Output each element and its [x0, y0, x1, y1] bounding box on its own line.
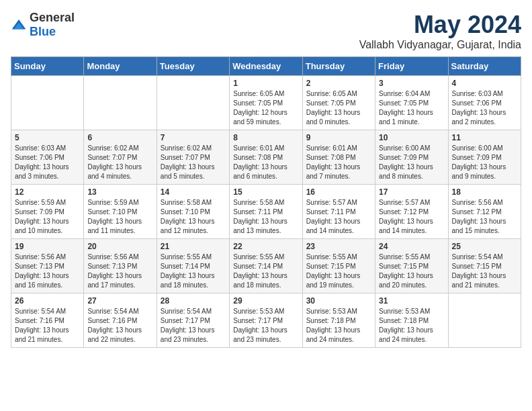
calendar-week-row: 19Sunrise: 5:56 AM Sunset: 7:13 PM Dayli…	[11, 239, 521, 293]
day-number: 2	[306, 79, 371, 88]
calendar-cell: 2Sunrise: 6:05 AM Sunset: 7:05 PM Daylig…	[302, 76, 375, 130]
calendar-cell: 19Sunrise: 5:56 AM Sunset: 7:13 PM Dayli…	[11, 239, 84, 293]
calendar-week-row: 1Sunrise: 6:05 AM Sunset: 7:05 PM Daylig…	[11, 76, 521, 130]
day-number: 21	[161, 242, 226, 251]
day-info: Sunrise: 6:01 AM Sunset: 7:08 PM Dayligh…	[233, 144, 298, 181]
day-number: 7	[161, 133, 226, 142]
calendar-cell: 26Sunrise: 5:54 AM Sunset: 7:16 PM Dayli…	[11, 293, 84, 348]
day-number: 29	[233, 296, 298, 306]
day-header-friday: Friday	[375, 57, 448, 76]
day-info: Sunrise: 5:58 AM Sunset: 7:11 PM Dayligh…	[233, 198, 298, 236]
day-info: Sunrise: 6:01 AM Sunset: 7:08 PM Dayligh…	[306, 144, 371, 181]
day-number: 1	[233, 79, 298, 88]
day-number: 3	[379, 79, 444, 88]
day-number: 12	[15, 187, 80, 197]
day-number: 14	[161, 187, 226, 197]
day-header-sunday: Sunday	[11, 57, 84, 76]
day-info: Sunrise: 6:00 AM Sunset: 7:09 PM Dayligh…	[379, 144, 444, 181]
day-number: 19	[15, 242, 80, 251]
calendar-cell: 23Sunrise: 5:55 AM Sunset: 7:15 PM Dayli…	[302, 239, 375, 293]
calendar-cell: 14Sunrise: 5:58 AM Sunset: 7:10 PM Dayli…	[157, 185, 229, 239]
calendar-cell	[448, 293, 521, 348]
day-info: Sunrise: 5:57 AM Sunset: 7:12 PM Dayligh…	[379, 198, 444, 236]
day-info: Sunrise: 5:54 AM Sunset: 7:15 PM Dayligh…	[452, 253, 517, 290]
day-info: Sunrise: 6:00 AM Sunset: 7:09 PM Dayligh…	[452, 144, 517, 181]
day-number: 6	[87, 133, 152, 142]
day-number: 9	[306, 133, 371, 142]
day-info: Sunrise: 5:54 AM Sunset: 7:16 PM Dayligh…	[15, 307, 80, 345]
day-number: 17	[379, 187, 444, 197]
day-info: Sunrise: 5:59 AM Sunset: 7:09 PM Dayligh…	[15, 198, 80, 236]
day-info: Sunrise: 5:53 AM Sunset: 7:17 PM Dayligh…	[233, 307, 298, 345]
calendar-header-row: SundayMondayTuesdayWednesdayThursdayFrid…	[11, 57, 521, 76]
day-info: Sunrise: 6:02 AM Sunset: 7:07 PM Dayligh…	[161, 144, 226, 181]
day-info: Sunrise: 5:56 AM Sunset: 7:13 PM Dayligh…	[15, 253, 80, 290]
calendar-cell: 1Sunrise: 6:05 AM Sunset: 7:05 PM Daylig…	[230, 76, 302, 130]
calendar-cell: 4Sunrise: 6:03 AM Sunset: 7:06 PM Daylig…	[448, 76, 521, 130]
calendar-cell: 18Sunrise: 5:56 AM Sunset: 7:12 PM Dayli…	[448, 185, 521, 239]
day-header-saturday: Saturday	[448, 57, 521, 76]
day-number: 23	[306, 242, 371, 251]
main-title: May 2024	[359, 11, 521, 39]
calendar-cell: 12Sunrise: 5:59 AM Sunset: 7:09 PM Dayli…	[11, 185, 84, 239]
day-number: 30	[306, 296, 371, 306]
day-info: Sunrise: 5:56 AM Sunset: 7:13 PM Dayligh…	[87, 253, 152, 290]
day-header-tuesday: Tuesday	[157, 57, 229, 76]
calendar-cell: 22Sunrise: 5:55 AM Sunset: 7:14 PM Dayli…	[230, 239, 302, 293]
day-info: Sunrise: 6:05 AM Sunset: 7:05 PM Dayligh…	[306, 89, 371, 127]
calendar-cell: 24Sunrise: 5:55 AM Sunset: 7:15 PM Dayli…	[375, 239, 448, 293]
calendar-cell: 10Sunrise: 6:00 AM Sunset: 7:09 PM Dayli…	[375, 130, 448, 185]
day-number: 24	[379, 242, 444, 251]
calendar-cell: 16Sunrise: 5:57 AM Sunset: 7:11 PM Dayli…	[302, 185, 375, 239]
day-number: 18	[452, 187, 517, 197]
day-number: 5	[15, 133, 80, 142]
calendar-cell	[157, 76, 229, 130]
day-info: Sunrise: 5:54 AM Sunset: 7:16 PM Dayligh…	[87, 307, 152, 345]
calendar-cell: 11Sunrise: 6:00 AM Sunset: 7:09 PM Dayli…	[448, 130, 521, 185]
title-area: May 2024 Vallabh Vidyanagar, Gujarat, In…	[359, 11, 521, 51]
calendar-week-row: 26Sunrise: 5:54 AM Sunset: 7:16 PM Dayli…	[11, 293, 521, 348]
day-info: Sunrise: 5:58 AM Sunset: 7:10 PM Dayligh…	[161, 198, 226, 236]
day-number: 4	[452, 79, 517, 88]
logo: General Blue	[11, 11, 75, 39]
day-number: 27	[87, 296, 152, 306]
day-info: Sunrise: 6:03 AM Sunset: 7:06 PM Dayligh…	[15, 144, 80, 181]
day-info: Sunrise: 5:59 AM Sunset: 7:10 PM Dayligh…	[87, 198, 152, 236]
calendar-cell: 31Sunrise: 5:53 AM Sunset: 7:18 PM Dayli…	[375, 293, 448, 348]
day-info: Sunrise: 5:56 AM Sunset: 7:12 PM Dayligh…	[452, 198, 517, 236]
day-info: Sunrise: 6:04 AM Sunset: 7:05 PM Dayligh…	[379, 89, 444, 127]
day-number: 16	[306, 187, 371, 197]
day-info: Sunrise: 5:53 AM Sunset: 7:18 PM Dayligh…	[379, 307, 444, 345]
day-info: Sunrise: 5:57 AM Sunset: 7:11 PM Dayligh…	[306, 198, 371, 236]
day-number: 20	[87, 242, 152, 251]
calendar-table: SundayMondayTuesdayWednesdayThursdayFrid…	[11, 56, 521, 348]
header: General Blue May 2024 Vallabh Vidyanagar…	[11, 11, 521, 51]
day-info: Sunrise: 5:55 AM Sunset: 7:14 PM Dayligh…	[233, 253, 298, 290]
calendar-week-row: 12Sunrise: 5:59 AM Sunset: 7:09 PM Dayli…	[11, 185, 521, 239]
day-info: Sunrise: 5:55 AM Sunset: 7:14 PM Dayligh…	[161, 253, 226, 290]
calendar-cell	[11, 76, 84, 130]
day-info: Sunrise: 5:54 AM Sunset: 7:17 PM Dayligh…	[161, 307, 226, 345]
calendar-cell: 6Sunrise: 6:02 AM Sunset: 7:07 PM Daylig…	[84, 130, 157, 185]
day-info: Sunrise: 5:55 AM Sunset: 7:15 PM Dayligh…	[379, 253, 444, 290]
calendar-cell: 21Sunrise: 5:55 AM Sunset: 7:14 PM Dayli…	[157, 239, 229, 293]
calendar-cell: 3Sunrise: 6:04 AM Sunset: 7:05 PM Daylig…	[375, 76, 448, 130]
logo-text-general: General	[30, 11, 75, 24]
calendar-cell: 30Sunrise: 5:53 AM Sunset: 7:18 PM Dayli…	[302, 293, 375, 348]
day-number: 11	[452, 133, 517, 142]
day-number: 28	[161, 296, 226, 306]
day-number: 22	[233, 242, 298, 251]
calendar-cell: 25Sunrise: 5:54 AM Sunset: 7:15 PM Dayli…	[448, 239, 521, 293]
day-info: Sunrise: 6:03 AM Sunset: 7:06 PM Dayligh…	[452, 89, 517, 127]
calendar-cell: 27Sunrise: 5:54 AM Sunset: 7:16 PM Dayli…	[84, 293, 157, 348]
calendar-cell: 20Sunrise: 5:56 AM Sunset: 7:13 PM Dayli…	[84, 239, 157, 293]
calendar-cell: 17Sunrise: 5:57 AM Sunset: 7:12 PM Dayli…	[375, 185, 448, 239]
calendar-cell: 5Sunrise: 6:03 AM Sunset: 7:06 PM Daylig…	[11, 130, 84, 185]
day-number: 25	[452, 242, 517, 251]
logo-icon	[11, 18, 27, 32]
calendar-cell: 28Sunrise: 5:54 AM Sunset: 7:17 PM Dayli…	[157, 293, 229, 348]
logo-text-blue: Blue	[30, 25, 56, 38]
day-number: 10	[379, 133, 444, 142]
day-number: 8	[233, 133, 298, 142]
calendar-cell: 13Sunrise: 5:59 AM Sunset: 7:10 PM Dayli…	[84, 185, 157, 239]
